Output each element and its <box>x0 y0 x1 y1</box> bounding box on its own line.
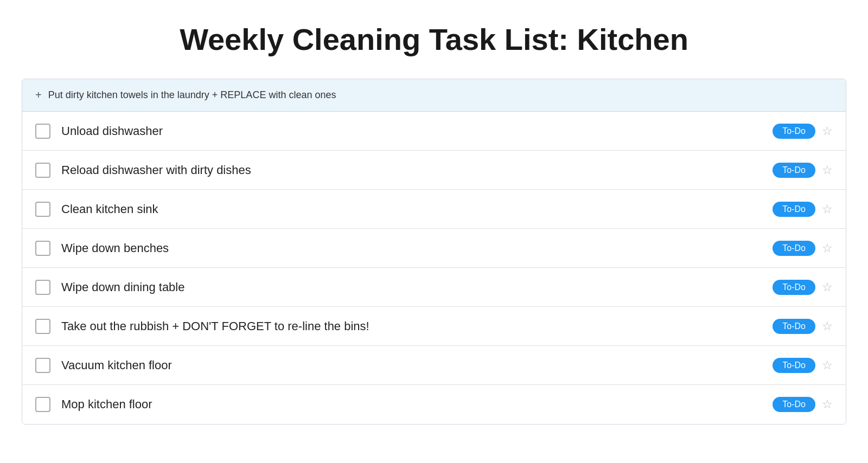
status-badge[interactable]: To-Do <box>773 124 815 139</box>
page-title: Weekly Cleaning Task List: Kitchen <box>22 22 846 57</box>
task-rows: Unload dishwasherTo-Do☆Reload dishwasher… <box>22 112 846 424</box>
star-icon[interactable]: ☆ <box>822 281 833 293</box>
star-icon[interactable]: ☆ <box>822 359 833 371</box>
status-badge[interactable]: To-Do <box>773 319 815 334</box>
star-icon[interactable]: ☆ <box>822 242 833 254</box>
task-row: Clean kitchen sinkTo-Do☆ <box>22 190 846 229</box>
task-label: Wipe down benches <box>61 241 773 255</box>
task-label: Unload dishwasher <box>61 124 773 138</box>
task-label: Clean kitchen sink <box>61 202 773 216</box>
task-actions: To-Do☆ <box>773 397 833 412</box>
task-checkbox[interactable] <box>35 280 50 295</box>
task-actions: To-Do☆ <box>773 241 833 256</box>
star-icon[interactable]: ☆ <box>822 320 833 332</box>
task-checkbox[interactable] <box>35 241 50 256</box>
task-checkbox[interactable] <box>35 202 50 217</box>
task-row: Wipe down benchesTo-Do☆ <box>22 229 846 268</box>
task-actions: To-Do☆ <box>773 124 833 139</box>
star-icon[interactable]: ☆ <box>822 164 833 176</box>
status-badge[interactable]: To-Do <box>773 358 815 373</box>
task-checkbox[interactable] <box>35 124 50 139</box>
status-badge[interactable]: To-Do <box>773 397 815 412</box>
task-checkbox[interactable] <box>35 358 50 373</box>
task-label: Wipe down dining table <box>61 280 773 294</box>
task-list: + Put dirty kitchen towels in the laundr… <box>22 79 846 425</box>
task-checkbox[interactable] <box>35 319 50 334</box>
add-task-row[interactable]: + Put dirty kitchen towels in the laundr… <box>22 79 846 112</box>
task-row: Wipe down dining tableTo-Do☆ <box>22 268 846 307</box>
task-label: Take out the rubbish + DON'T FORGET to r… <box>61 319 773 333</box>
task-label: Vacuum kitchen floor <box>61 358 773 372</box>
task-row: Take out the rubbish + DON'T FORGET to r… <box>22 307 846 346</box>
task-checkbox[interactable] <box>35 397 50 412</box>
status-badge[interactable]: To-Do <box>773 202 815 217</box>
task-row: Reload dishwasher with dirty dishesTo-Do… <box>22 151 846 190</box>
task-row: Mop kitchen floorTo-Do☆ <box>22 385 846 424</box>
add-task-placeholder: Put dirty kitchen towels in the laundry … <box>48 89 336 101</box>
task-row: Unload dishwasherTo-Do☆ <box>22 112 846 151</box>
task-actions: To-Do☆ <box>773 163 833 178</box>
task-actions: To-Do☆ <box>773 280 833 295</box>
star-icon[interactable]: ☆ <box>822 398 833 410</box>
task-actions: To-Do☆ <box>773 319 833 334</box>
task-label: Reload dishwasher with dirty dishes <box>61 163 773 177</box>
task-checkbox[interactable] <box>35 163 50 178</box>
status-badge[interactable]: To-Do <box>773 241 815 256</box>
task-actions: To-Do☆ <box>773 358 833 373</box>
status-badge[interactable]: To-Do <box>773 280 815 295</box>
task-label: Mop kitchen floor <box>61 397 773 411</box>
task-actions: To-Do☆ <box>773 202 833 217</box>
task-row: Vacuum kitchen floorTo-Do☆ <box>22 346 846 385</box>
star-icon[interactable]: ☆ <box>822 125 833 137</box>
plus-icon: + <box>35 89 42 101</box>
status-badge[interactable]: To-Do <box>773 163 815 178</box>
star-icon[interactable]: ☆ <box>822 203 833 215</box>
